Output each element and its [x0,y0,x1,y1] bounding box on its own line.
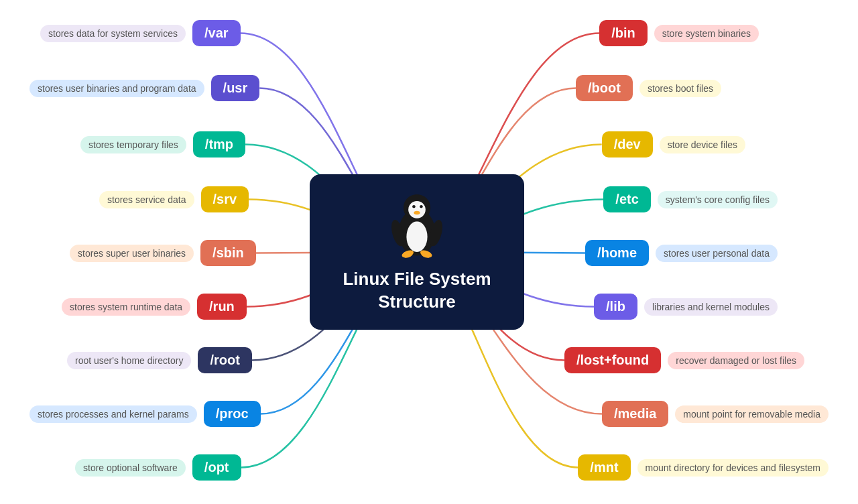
right-node-mnt: /mntmount directory for devices and file… [578,454,829,481]
label-sbin: stores super user binaries [70,245,194,262]
label-bin: store system binaries [654,25,759,42]
label-lostfound: recover damaged or lost files [668,352,804,369]
right-node-media: /mediamount point for removable media [602,401,829,427]
svg-point-1 [406,222,427,253]
left-node-sbin: stores super user binaries/sbin [70,240,256,266]
label-proc: stores processes and kernel params [29,405,197,423]
label-media: mount point for removable media [675,405,829,423]
label-mnt: mount directory for devices and filesyst… [637,459,829,477]
badge-media: /media [602,401,668,427]
badge-sbin: /sbin [200,240,256,266]
label-run: stores system runtime data [62,298,190,316]
label-tmp: stores temporary files [80,136,186,153]
label-root: root user's home directory [67,352,191,369]
main-canvas: Linux File SystemStructure stores data f… [0,0,858,504]
badge-tmp: /tmp [193,131,245,158]
svg-point-3 [408,201,426,218]
badge-var: /var [192,20,241,46]
badge-lostfound: /lost+found [564,347,661,373]
badge-bin: /bin [599,20,648,46]
badge-opt: /opt [192,454,241,481]
badge-lib: /lib [594,294,637,320]
svg-point-6 [412,205,416,208]
tux-penguin [380,186,454,260]
label-var: stores data for system services [40,25,186,42]
left-node-proc: stores processes and kernel params/proc [29,401,261,427]
badge-proc: /proc [204,401,261,427]
badge-boot: /boot [576,75,633,101]
left-node-tmp: stores temporary files/tmp [80,131,245,158]
svg-point-7 [420,205,423,208]
label-lib: libraries and kernel modules [644,298,778,316]
left-node-root: root user's home directory/root [67,347,252,373]
right-node-boot: /bootstores boot files [576,75,721,101]
label-home: stores user personal data [656,245,778,262]
center-box: Linux File SystemStructure [310,174,524,330]
label-dev: store device files [660,136,745,153]
left-node-srv: stores service data/srv [99,186,249,212]
right-node-home: /homestores user personal data [585,240,778,266]
badge-root: /root [198,347,251,373]
label-srv: stores service data [99,191,194,208]
badge-usr: /usr [211,75,260,101]
right-node-lostfound: /lost+foundrecover damaged or lost files [564,347,804,373]
center-title: Linux File SystemStructure [343,268,491,314]
label-etc: system's core config files [658,191,778,208]
label-boot: stores boot files [639,80,721,97]
badge-run: /run [197,294,247,320]
label-opt: store optional software [75,459,186,477]
left-node-run: stores system runtime data/run [62,294,247,320]
right-node-bin: /binstore system binaries [599,20,759,46]
right-node-lib: /liblibraries and kernel modules [594,294,778,320]
badge-srv: /srv [201,186,249,212]
badge-etc: /etc [603,186,650,212]
badge-home: /home [585,240,649,266]
badge-dev: /dev [602,131,653,158]
left-node-var: stores data for system services/var [40,20,241,46]
label-usr: stores user binaries and program data [29,80,204,97]
badge-mnt: /mnt [578,454,630,481]
left-node-usr: stores user binaries and program data/us… [29,75,259,101]
left-node-opt: store optional software/opt [75,454,241,481]
right-node-dev: /devstore device files [602,131,745,158]
svg-point-8 [414,211,420,215]
right-node-etc: /etcsystem's core config files [603,186,778,212]
